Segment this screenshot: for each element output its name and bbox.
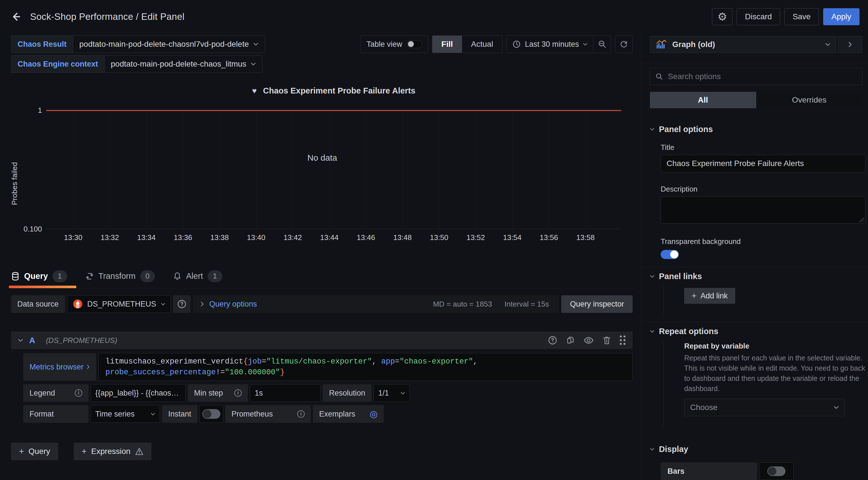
chevron-down-icon	[834, 406, 839, 409]
grip-dot	[620, 336, 622, 338]
visualization-picker[interactable]: Graph (old)	[650, 36, 836, 53]
display-section-header[interactable]: Display	[650, 445, 862, 454]
table-view-toggle[interactable]	[407, 40, 422, 48]
refresh-button[interactable]	[615, 35, 632, 53]
tab-query[interactable]: Query 1	[11, 268, 67, 288]
duplicate-query-button[interactable]	[566, 336, 575, 345]
bars-label: Bars	[661, 462, 757, 480]
panel-options-section-header[interactable]: Panel options	[650, 125, 862, 134]
section-title: Display	[659, 445, 688, 454]
plus-icon: +	[691, 291, 697, 301]
discard-button[interactable]: Discard	[737, 8, 780, 25]
add-expression-button[interactable]: + Expression	[74, 443, 152, 460]
repeat-options-section-header[interactable]: Repeat options	[650, 327, 862, 336]
grip-dot	[620, 339, 622, 341]
toggle-options-pane-button[interactable]	[838, 36, 862, 53]
min-step-input[interactable]	[250, 384, 321, 402]
query-options-collapsible[interactable]: Query options MD = auto = 1853 Interval …	[193, 295, 559, 313]
chevron-down-icon	[650, 128, 654, 131]
options-search-input[interactable]	[668, 72, 857, 81]
fill-option[interactable]: Fill	[432, 36, 462, 53]
fill-actual-segmented: Fill Actual	[432, 35, 502, 53]
query-inspector-button[interactable]: Query inspector	[561, 295, 632, 313]
query-help-button[interactable]	[548, 336, 557, 345]
resolution-label-box: Resolution	[323, 384, 372, 402]
query-footer-buttons: + Query + Expression	[11, 443, 632, 460]
resolution-select[interactable]: 1/1	[374, 384, 410, 402]
bars-option-row: Bars	[661, 462, 862, 480]
chevron-down-icon	[151, 413, 155, 416]
add-query-button[interactable]: + Query	[11, 443, 58, 460]
description-field-label: Description	[661, 185, 862, 194]
chart-plot[interactable]: No data	[46, 110, 621, 229]
panel-description-textarea[interactable]	[661, 196, 865, 224]
variable-value: podtato-main-pod-delete-chaosnl7vd-pod-d…	[80, 40, 249, 49]
bars-toggle[interactable]	[759, 462, 794, 480]
bell-icon	[173, 272, 182, 281]
datasource-help-button[interactable]	[173, 295, 191, 313]
panel-settings-button[interactable]: ⚙	[712, 8, 733, 25]
zoom-out-time-button[interactable]	[593, 36, 611, 53]
tab-overrides[interactable]: Overrides	[756, 92, 863, 108]
time-range-button[interactable]: Last 30 minutes	[507, 40, 593, 49]
legend-format-input[interactable]	[91, 384, 186, 402]
x-axis-tick: 13:32	[100, 233, 119, 242]
variable-chaos-engine-context: Chaos Engine context podtato-main-pod-de…	[11, 55, 265, 73]
delete-query-button[interactable]	[602, 336, 611, 345]
tab-count-badge: 1	[53, 270, 67, 282]
copy-icon	[566, 336, 575, 345]
resolution-value: 1/1	[378, 389, 389, 398]
promql-code[interactable]: litmuschaos_experiment_verdict{job="litm…	[98, 353, 632, 381]
panel-title-input[interactable]	[661, 155, 865, 172]
no-data-message: No data	[307, 153, 337, 163]
exemplars-eye-icon[interactable]: ◎	[370, 409, 377, 419]
drag-handle[interactable]	[620, 336, 626, 345]
disable-query-button[interactable]	[584, 336, 594, 345]
panel-links-body: + Add link	[663, 284, 862, 318]
gridline	[146, 110, 147, 229]
database-icon	[11, 272, 20, 281]
add-link-button[interactable]: + Add link	[684, 288, 735, 304]
format-select[interactable]: Time series	[91, 405, 160, 423]
panel-preview: ♥ Chaos Experiment Probe Failure Alerts …	[0, 86, 641, 245]
section-title: Panel links	[659, 272, 702, 281]
datasource-label: Data source	[11, 295, 65, 313]
chevron-down-icon	[825, 43, 830, 46]
resize-handle[interactable]	[860, 217, 864, 222]
tab-count-badge: 1	[208, 270, 222, 282]
actual-option[interactable]: Actual	[462, 36, 502, 53]
query-row-actions	[548, 336, 626, 345]
y-axis-label: Probes failed	[10, 134, 19, 205]
metrics-browser-label: Metrics browser	[30, 363, 84, 372]
chevron-down-icon	[650, 275, 654, 278]
time-range-label: Last 30 minutes	[525, 40, 579, 49]
variable-value-dropdown[interactable]: podtato-main-pod-delete-chaosnl7vd-pod-d…	[73, 35, 265, 53]
panel-links-section-header[interactable]: Panel links	[650, 272, 862, 281]
apply-button[interactable]: Apply	[823, 8, 860, 25]
variable-value-dropdown[interactable]: podtato-main-pod-delete-chaos_litmus	[104, 55, 263, 73]
tab-label: Alert	[186, 271, 203, 281]
metrics-browser-button[interactable]: Metrics browser	[23, 353, 96, 381]
back-button[interactable]	[8, 9, 24, 25]
gridline	[476, 110, 476, 229]
gridline	[73, 110, 73, 229]
chevron-right-icon	[87, 365, 90, 369]
query-row-header[interactable]: A (DS_PROMETHEUS)	[11, 332, 632, 349]
transparent-background-toggle[interactable]	[661, 250, 679, 259]
save-button[interactable]: Save	[784, 8, 819, 25]
visualization-name: Graph (old)	[672, 40, 820, 49]
chevron-down-icon	[253, 42, 258, 46]
active-tab-underline	[9, 286, 76, 288]
repeat-by-variable-description: Repeat this panel for each value in the …	[684, 353, 867, 393]
x-axis-tick: 13:56	[539, 233, 558, 242]
instant-toggle[interactable]	[199, 405, 223, 423]
gridline	[366, 110, 366, 229]
repeat-variable-select[interactable]: Choose	[684, 399, 845, 416]
x-axis-tick: 13:46	[356, 233, 375, 242]
arrow-left-icon	[10, 10, 23, 23]
options-search[interactable]	[650, 68, 862, 85]
tab-transform[interactable]: Transform 0	[85, 268, 155, 288]
datasource-picker[interactable]: DS_PROMETHEUS	[67, 295, 171, 313]
tab-all[interactable]: All	[650, 92, 756, 108]
tab-alert[interactable]: Alert 1	[173, 268, 222, 288]
